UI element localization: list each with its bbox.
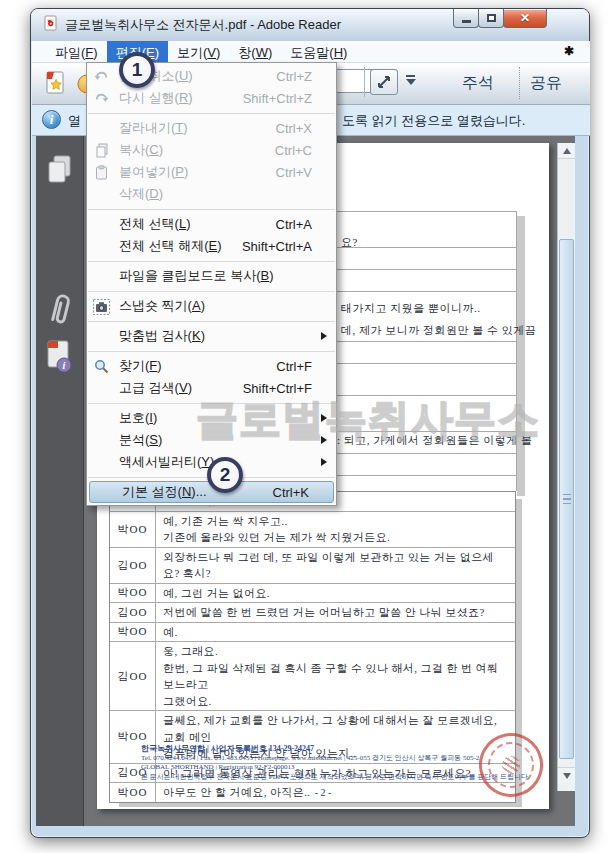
menubar-item-v[interactable]: 보기(V) bbox=[168, 41, 229, 62]
thumb-grip bbox=[563, 503, 571, 505]
menu-item-shortcut: Ctrl+A bbox=[230, 217, 326, 232]
menu-item-21[interactable]: 분석(S) bbox=[87, 429, 336, 451]
dialogue-line: 기존에 올라와 있던 거는 제가 싹 지웠거든요. bbox=[163, 529, 508, 546]
callout-step-2: 2 bbox=[207, 457, 243, 493]
menu-separator bbox=[87, 317, 336, 325]
dialogue-line: 웅, 그래요. bbox=[163, 643, 508, 660]
menu-item-label: 파일을 클립보드로 복사(B) bbox=[119, 267, 274, 285]
menu-item-15[interactable]: 맞춤법 검사(K) bbox=[87, 325, 336, 347]
menubar-item-f[interactable]: 파일(F) bbox=[46, 41, 107, 62]
menu-item-13[interactable]: 스냅숏 찍기(A) bbox=[87, 295, 336, 317]
menu-item-9[interactable]: 전체 선택 해제(E)Shift+Ctrl+A bbox=[87, 235, 336, 257]
menu-item-shortcut: Shift+Ctrl+F bbox=[230, 381, 326, 396]
table-row: 박OO예, 기존 거는 싹 지우고..기존에 올라와 있던 거는 제가 싹 지웠… bbox=[110, 512, 515, 548]
menu-item-shortcut: Shift+Ctrl+A bbox=[230, 239, 326, 254]
comment-button[interactable]: 주석 bbox=[462, 73, 494, 94]
submenu-arrow-icon bbox=[321, 436, 327, 444]
menu-item-shortcut: Ctrl+X bbox=[230, 121, 326, 136]
thumb-grip bbox=[563, 494, 571, 496]
occluded-table-text-fragment: 요? bbox=[341, 235, 358, 250]
dialogue-line: 그랬어요. bbox=[163, 693, 508, 710]
menu-item-label: 복사(C) bbox=[119, 141, 230, 159]
table-row: 박OO예, 그런 거는 없어요. bbox=[110, 584, 515, 604]
occluded-table-text-fragment: 태가지고 지웠을 뿐이니까.. bbox=[341, 301, 481, 316]
attachments-icon[interactable] bbox=[46, 291, 74, 335]
close-button[interactable]: ✕ bbox=[503, 9, 547, 28]
menu-item-label: 맞춤법 검사(K) bbox=[119, 327, 230, 345]
menu-separator bbox=[87, 205, 336, 213]
menu-item-11[interactable]: 파일을 클립보드로 복사(B) bbox=[87, 265, 336, 287]
infobar-message-fragment-right: 도록 읽기 전용으로 열렸습니다. bbox=[342, 112, 525, 130]
menu-item-label: 전체 선택 해제(E) bbox=[119, 237, 230, 255]
footer-notice-line: 본 문서는 대한민국정부 전자문서 표준인 PDF/A 포맷으로 제작되었으며,… bbox=[141, 773, 501, 783]
speaker-cell: 박OO bbox=[110, 512, 156, 547]
toolbar-divider bbox=[364, 67, 365, 97]
toolbar-dotted-divider bbox=[519, 67, 520, 99]
submenu-arrow-icon bbox=[321, 458, 327, 466]
submenu-arrow-icon bbox=[321, 332, 327, 340]
menubar-asterisk-icon[interactable]: ✱ bbox=[564, 44, 574, 58]
page-thumbnails-icon[interactable] bbox=[46, 154, 74, 190]
menu-item-label: 다시 실행(R) bbox=[119, 89, 230, 107]
menu-item-label: 잘라내기(T) bbox=[119, 119, 230, 137]
thumb-grip bbox=[563, 498, 571, 500]
restore-icon bbox=[487, 14, 496, 22]
minimize-icon bbox=[462, 20, 471, 23]
menu-item-6: 삭제(D) bbox=[87, 183, 336, 205]
table-row: 박OO예. bbox=[110, 623, 515, 643]
dialogue-line: 한번, 그 파일 삭제된 걸 혹시 좀 구할 수 있나 해서, 그걸 한 번 여… bbox=[163, 660, 508, 693]
menu-item-1: 다시 실행(R)Shift+Ctrl+Z bbox=[87, 87, 336, 109]
menu-item-18[interactable]: 고급 검색(V)Shift+Ctrl+F bbox=[87, 377, 336, 399]
speaker-cell: 김OO bbox=[110, 642, 156, 710]
fit-width-button[interactable] bbox=[370, 69, 398, 95]
undo-icon bbox=[93, 68, 110, 85]
menu-separator bbox=[87, 287, 336, 295]
infobar-message-fragment-left: 열 bbox=[68, 112, 81, 130]
footer-registration-line: GLOBAL SHORTHAND | Registration 92-F2-00… bbox=[141, 763, 501, 773]
menu-item-17[interactable]: 찾기(F)Ctrl+F bbox=[87, 355, 336, 377]
arrow-up-icon bbox=[563, 148, 571, 154]
scrollbar-thumb[interactable] bbox=[559, 239, 574, 759]
close-icon: ✕ bbox=[520, 11, 530, 25]
menu-separator bbox=[87, 109, 336, 117]
menubar-items: 파일(F)편집(E)보기(V)창(W)도움말(H) bbox=[46, 41, 356, 62]
scroll-down-button[interactable] bbox=[558, 767, 575, 783]
window-controls: ✕ bbox=[454, 9, 547, 28]
menu-item-8[interactable]: 전체 선택(L)Ctrl+A bbox=[87, 213, 336, 235]
svg-text:i: i bbox=[63, 360, 66, 371]
menubar-item-h[interactable]: 도움말(H) bbox=[281, 41, 356, 62]
menu-item-label: 분석(S) bbox=[119, 431, 230, 449]
footer-company-line: 한국녹취사무연합 | 사업자등록번호 134-29-24247 bbox=[141, 744, 501, 754]
menu-item-3: 잘라내기(T)Ctrl+X bbox=[87, 117, 336, 139]
minimize-button[interactable] bbox=[453, 9, 479, 28]
snapshot-icon bbox=[93, 298, 110, 315]
vertical-scrollbar[interactable] bbox=[557, 143, 575, 791]
speaker-cell: 박OO bbox=[110, 584, 156, 603]
standards-icon[interactable]: i bbox=[44, 339, 74, 379]
dialogue-cell: 예, 기존 거는 싹 지우고..기존에 올라와 있던 거는 제가 싹 지웠거든요… bbox=[156, 512, 515, 547]
restore-button[interactable] bbox=[478, 9, 504, 28]
occluded-table-text-fragment: 데, 제가 보니까 정회원만 볼 수 있게끔 bbox=[341, 323, 536, 338]
dialogue-line: 예. bbox=[163, 624, 508, 641]
copy-icon bbox=[93, 142, 110, 159]
chevron-down-icon bbox=[406, 79, 416, 85]
menu-item-label: 전체 선택(L) bbox=[119, 215, 230, 233]
menubar-item-w[interactable]: 창(W) bbox=[229, 41, 281, 62]
titlebar[interactable]: 글로벌녹취사무소 전자문서.pdf - Adobe Reader ✕ bbox=[31, 9, 589, 41]
redo-icon bbox=[93, 90, 110, 107]
scroll-up-button[interactable] bbox=[558, 143, 575, 159]
pdf-app-icon bbox=[43, 15, 59, 35]
menu-item-label: 찾기(F) bbox=[119, 357, 230, 375]
dialogue-cell: 예. bbox=[156, 623, 515, 642]
chevron-bar bbox=[406, 75, 415, 77]
dialogue-line: 글쎄요, 제가 교회를 안 나가서, 그 상황에 대해서는 잘 모르겠네요, 교… bbox=[163, 712, 508, 745]
paste-icon bbox=[93, 164, 110, 181]
menu-item-label: 붙여넣기(P) bbox=[119, 163, 230, 181]
menu-item-20[interactable]: 보호(I) bbox=[87, 407, 336, 429]
create-pdf-button[interactable] bbox=[42, 70, 68, 101]
menu-separator bbox=[87, 347, 336, 355]
share-button[interactable]: 공유 bbox=[530, 73, 562, 94]
window-title: 글로벌녹취사무소 전자문서.pdf - Adobe Reader bbox=[65, 16, 341, 34]
speaker-cell: 김OO bbox=[110, 548, 156, 583]
toolbar-overflow-chevron[interactable] bbox=[405, 75, 416, 85]
